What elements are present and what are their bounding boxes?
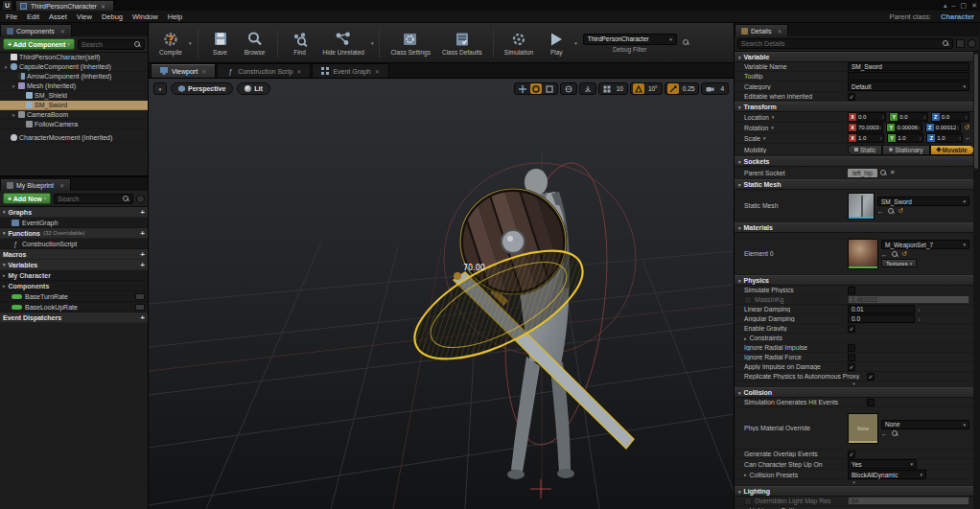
location-x-input[interactable]: X0.0↕ bbox=[848, 112, 886, 122]
grid-snap-toggle[interactable] bbox=[601, 83, 613, 94]
spinner-icon[interactable]: ↕ bbox=[923, 114, 927, 120]
location-y-input[interactable]: Y0.0↕ bbox=[889, 112, 927, 122]
asset-tab[interactable]: ThirdPersonCharacter ✕ bbox=[15, 0, 114, 11]
variables-section-header[interactable]: ▾ Variables + bbox=[0, 260, 148, 270]
debug-object-dropdown[interactable]: ThirdPersonCharacter ▾ bbox=[583, 34, 677, 45]
close-button[interactable]: ✕ bbox=[971, 2, 977, 10]
view-options-eye-icon[interactable] bbox=[136, 195, 145, 203]
tree-item-capsule[interactable]: ▾ CapsuleComponent (Inherited) bbox=[0, 62, 148, 72]
spinner-icon[interactable]: ↕ bbox=[959, 135, 963, 141]
editable-checkbox[interactable]: ✓ bbox=[848, 93, 855, 101]
close-icon[interactable]: ✕ bbox=[60, 28, 65, 35]
ignore-radial-impulse-checkbox[interactable] bbox=[848, 344, 855, 352]
pin-icon[interactable]: ▴ bbox=[944, 2, 947, 10]
section-sockets[interactable]: ▾ Sockets bbox=[735, 156, 973, 167]
add-variable-button[interactable]: + bbox=[140, 261, 145, 269]
find-button[interactable]: Find bbox=[284, 29, 316, 58]
add-function-button[interactable]: + bbox=[140, 229, 145, 238]
simulate-physics-checkbox[interactable] bbox=[848, 287, 855, 294]
browse-to-asset-icon[interactable] bbox=[892, 251, 898, 258]
spinner-icon[interactable]: ↕ bbox=[918, 316, 921, 322]
my-character-group[interactable]: ▸ My Character bbox=[0, 270, 148, 281]
details-scrollbar[interactable] bbox=[973, 52, 979, 509]
scale-tool-button[interactable] bbox=[544, 83, 555, 94]
menu-view[interactable]: View bbox=[77, 12, 92, 21]
perspective-button[interactable]: Perspective bbox=[171, 82, 233, 95]
add-graph-button[interactable]: + bbox=[140, 208, 145, 217]
add-macro-button[interactable]: + bbox=[140, 250, 145, 259]
property-matrix-icon[interactable] bbox=[956, 39, 965, 48]
debug-search-icon[interactable] bbox=[683, 39, 689, 46]
generate-overlap-checkbox[interactable]: ✓ bbox=[848, 451, 855, 458]
functions-section-header[interactable]: ▾ Functions (32 Overridable) + bbox=[0, 228, 148, 239]
spinner-icon[interactable]: ↕ bbox=[879, 135, 883, 141]
variable-name-input[interactable]: SM_Sword bbox=[848, 62, 969, 71]
angular-damping-input[interactable]: 0.0 bbox=[848, 314, 915, 323]
static-mesh-thumbnail[interactable] bbox=[848, 193, 875, 220]
scale-x-input[interactable]: X1.0↕ bbox=[848, 133, 884, 143]
scale-label[interactable]: Scale▾ bbox=[744, 135, 848, 142]
material-thumbnail[interactable] bbox=[848, 239, 878, 269]
grid-snap-value[interactable]: 10 bbox=[615, 85, 625, 92]
phys-material-thumbnail[interactable]: None bbox=[848, 413, 878, 444]
rotate-tool-button[interactable] bbox=[530, 83, 542, 94]
tree-item-mesh[interactable]: ▾ Mesh (Inherited) bbox=[0, 81, 148, 91]
scale-z-input[interactable]: Z1.0↕ bbox=[926, 133, 963, 143]
camera-speed-value[interactable]: 4 bbox=[718, 85, 726, 92]
lock-scale-icon[interactable]: ⌐ bbox=[966, 135, 969, 141]
rotation-snap-value[interactable]: 10° bbox=[646, 85, 660, 92]
hide-unrelated-button[interactable]: Hide Unrelated bbox=[318, 29, 369, 58]
reset-rotation-icon[interactable]: ↺ bbox=[964, 124, 969, 131]
spinner-icon[interactable]: ↕ bbox=[965, 114, 968, 120]
lightmap-res-checkbox[interactable] bbox=[744, 497, 752, 505]
scale-snap-value[interactable]: 0.25 bbox=[681, 85, 697, 92]
rotation-x-input[interactable]: X70.000397 °↕ bbox=[848, 123, 883, 132]
category-dropdown[interactable]: Default ▾ bbox=[848, 81, 969, 91]
tab-event-graph[interactable]: Event Graph ✕ bbox=[312, 63, 388, 78]
tab-viewport[interactable]: Viewport ✕ bbox=[151, 63, 216, 78]
tree-item-sm-shield[interactable]: SM_Shield bbox=[0, 91, 148, 101]
spinner-icon[interactable]: ↕ bbox=[879, 125, 883, 130]
tree-item-followcamera[interactable]: FollowCamera bbox=[0, 120, 148, 129]
section-transform[interactable]: ▾ Transform bbox=[735, 102, 973, 112]
tree-item-arrow[interactable]: ArrowComponent (Inherited) bbox=[0, 72, 148, 81]
scale-snap-toggle[interactable] bbox=[667, 83, 679, 94]
components-search-input[interactable]: Search bbox=[78, 39, 145, 50]
close-icon[interactable]: ✕ bbox=[777, 28, 782, 35]
lit-mode-button[interactable]: Lit bbox=[237, 82, 270, 95]
tree-item-sm-sword[interactable]: SM_Sword bbox=[0, 101, 148, 110]
my-blueprint-panel-tab[interactable]: My Blueprint ✕ bbox=[0, 178, 71, 191]
close-icon[interactable]: ✕ bbox=[375, 68, 380, 75]
material-dropdown[interactable]: M_WeaponSet_7 ▾ bbox=[881, 240, 969, 249]
browse-to-asset-icon[interactable] bbox=[892, 430, 898, 437]
spinner-icon[interactable]: ↕ bbox=[918, 307, 921, 312]
my-blueprint-search-input[interactable]: Search bbox=[54, 194, 133, 204]
section-variable[interactable]: ▾ Variable bbox=[735, 52, 973, 62]
constructionscript-item[interactable]: ƒ ConstructionScript bbox=[0, 239, 148, 249]
close-tab-icon[interactable]: ✕ bbox=[101, 3, 105, 10]
expand-arrow-icon[interactable]: ▸ bbox=[3, 272, 6, 278]
tree-item-self[interactable]: ThirdPersonCharacter(self) bbox=[0, 53, 148, 62]
parent-socket-value-chip[interactable]: left_hip bbox=[848, 169, 877, 177]
variable-baselookuprate[interactable]: BaseLookUpRate bbox=[0, 302, 148, 312]
can-step-up-dropdown[interactable]: Yes ▾ bbox=[848, 459, 917, 469]
variable-baseturnrate[interactable]: BaseTurnRate bbox=[0, 291, 148, 302]
class-defaults-button[interactable]: Class Defaults bbox=[437, 29, 487, 58]
close-icon[interactable]: ✕ bbox=[59, 182, 64, 189]
world-local-toggle[interactable] bbox=[563, 83, 574, 94]
browse-to-asset-icon[interactable] bbox=[888, 208, 895, 215]
simulation-button[interactable]: Simulation bbox=[500, 29, 538, 58]
components-group[interactable]: ▸ Components bbox=[0, 281, 148, 291]
hide-unrelated-caret-icon[interactable]: ▾ bbox=[371, 40, 374, 46]
menu-debug[interactable]: Debug bbox=[102, 12, 123, 21]
scrollbar-thumb[interactable] bbox=[974, 54, 978, 169]
expand-arrow-icon[interactable]: ▾ bbox=[3, 64, 9, 70]
scale-y-input[interactable]: Y1.0↕ bbox=[887, 133, 923, 143]
section-lighting[interactable]: ▾ Lighting bbox=[735, 486, 973, 497]
macros-section-header[interactable]: Macros + bbox=[0, 249, 148, 260]
mobility-static-button[interactable]: Static bbox=[848, 145, 882, 155]
section-static-mesh[interactable]: ▾ Static Mesh bbox=[735, 179, 973, 190]
replicate-physics-checkbox[interactable]: ✓ bbox=[867, 373, 875, 381]
collision-presets-label[interactable]: ▸Collision Presets bbox=[744, 472, 848, 478]
sim-hit-events-checkbox[interactable] bbox=[867, 399, 875, 406]
